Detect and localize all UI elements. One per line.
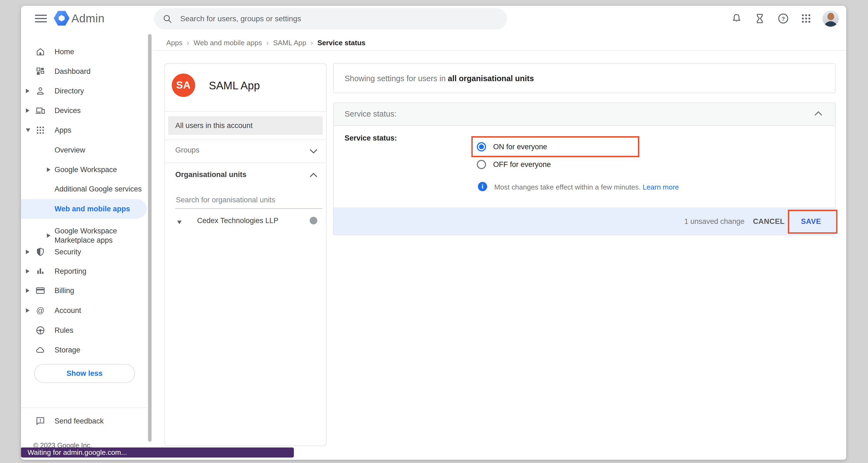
notifications-bell-icon[interactable] [728,10,745,27]
breadcrumb: Apps › Web and mobile apps › SAML App › … [166,39,366,47]
breadcrumb-separator: › [266,39,269,47]
sidebar-item-directory[interactable]: Directory [21,81,147,101]
panel-divider [165,163,326,163]
org-units-search-input[interactable] [175,196,318,204]
avatar[interactable] [823,10,839,27]
send-feedback-button[interactable]: Send feedback [21,411,147,431]
service-status-header[interactable]: Service status: [334,103,835,126]
radio-off[interactable] [477,160,486,169]
help-icon[interactable]: ? [775,10,792,27]
service-status-header-title: Service status: [345,109,396,119]
reporting-bars-icon [35,266,45,276]
account-at-icon: @ [35,305,45,316]
security-shield-icon [35,247,45,257]
caret-right-icon [47,167,51,172]
sidebar-item-overview[interactable]: Overview [21,140,147,160]
annotation-box-save [788,210,837,234]
radio-off-label: OFF for everyone [493,160,551,169]
sidebar-item-account[interactable]: @ Account [21,301,147,320]
breadcrumb-current: Service status [317,39,365,47]
org-tree-status-dot [310,217,317,224]
menu-icon[interactable] [35,15,47,22]
caret-right-icon [26,89,29,93]
dashboard-icon [35,66,45,76]
caret-right-icon [26,108,29,113]
sidebar-item-rules[interactable]: Rules [21,321,147,340]
groups-section-toggle[interactable]: Groups [175,146,199,155]
sidebar-divider [21,407,147,408]
breadcrumb-separator: › [311,39,313,47]
saml-app-avatar: SA [172,73,195,97]
sidebar-item-storage[interactable]: Storage [21,340,147,360]
svg-text:?: ? [782,15,785,22]
search-icon [162,13,173,24]
org-units-search[interactable] [175,196,318,204]
org-search-underline [175,208,322,209]
brand-title: Admin [71,12,105,25]
caret-down-icon [26,129,30,132]
sidebar-item-apps[interactable]: Apps [21,121,147,140]
info-text: Most changes take effect within a few mi… [494,183,679,192]
breadcrumb-divider [153,50,846,51]
radio-row-off[interactable]: OFF for everyone [477,160,551,169]
org-tree-root[interactable]: Cedex Technologies LLP [197,217,278,225]
sidebar-item-reporting[interactable]: Reporting [21,261,147,281]
apps-grid-icon[interactable] [798,10,814,27]
browser-status-bar: Waiting for admin.google.com... [21,448,294,458]
panel-divider [165,139,326,140]
sidebar-scrollbar[interactable] [148,34,152,442]
sidebar-item-billing[interactable]: Billing [21,281,147,300]
cancel-button[interactable]: CANCEL [753,217,784,226]
scope-text: Showing settings for users in all organi… [345,74,534,83]
sidebar-item-home[interactable]: Home [21,42,147,62]
breadcrumb-web-and-mobile-apps[interactable]: Web and mobile apps [193,39,262,47]
hourglass-icon[interactable] [752,10,768,27]
sidebar-item-devices[interactable]: Devices [21,101,147,121]
search-input[interactable] [180,14,499,24]
sidebar-item-dashboard[interactable]: Dashboard [21,62,147,81]
annotation-box-on-option [471,136,639,157]
global-search[interactable] [154,8,507,29]
caret-right-icon [26,250,29,254]
breadcrumb-saml-app[interactable]: SAML App [273,39,306,47]
sidebar-item-google-workspace[interactable]: Google Workspace [21,160,147,179]
saml-app-title: SAML App [209,79,260,92]
sidebar-item-web-and-mobile-apps[interactable]: Web and mobile apps [21,199,147,219]
status-text: Waiting for admin.google.com... [28,448,127,457]
show-less-button[interactable]: Show less [34,364,135,383]
apps-grid-icon [35,125,45,135]
svg-text:@: @ [36,306,45,315]
feedback-icon [35,416,45,426]
billing-card-icon [35,286,45,296]
org-tree-expand-icon[interactable] [177,221,182,224]
learn-more-link[interactable]: Learn more [643,183,679,191]
storage-cloud-icon [35,345,45,355]
rules-wheel-icon [35,325,45,335]
all-users-scope[interactable]: All users in this account [168,116,323,135]
directory-person-icon [35,86,45,96]
caret-right-icon [26,308,29,313]
org-units-section-toggle[interactable]: Organisational units [175,170,246,179]
unsaved-changes-text: 1 unsaved change [684,217,745,226]
breadcrumb-apps[interactable]: Apps [166,39,182,47]
service-status-field-label: Service status: [345,134,397,142]
info-icon: i [478,182,487,191]
home-icon [35,46,45,57]
caret-right-icon [47,233,51,238]
panel-divider [165,111,326,112]
caret-right-icon [26,289,29,293]
caret-right-icon [26,269,29,273]
scope-bold: all organisational units [448,74,534,83]
sidebar-item-additional-google-services[interactable]: Additional Google services [21,179,147,199]
breadcrumb-separator: › [187,39,189,47]
sidebar-item-security[interactable]: Security [21,242,147,262]
devices-icon [35,105,45,116]
